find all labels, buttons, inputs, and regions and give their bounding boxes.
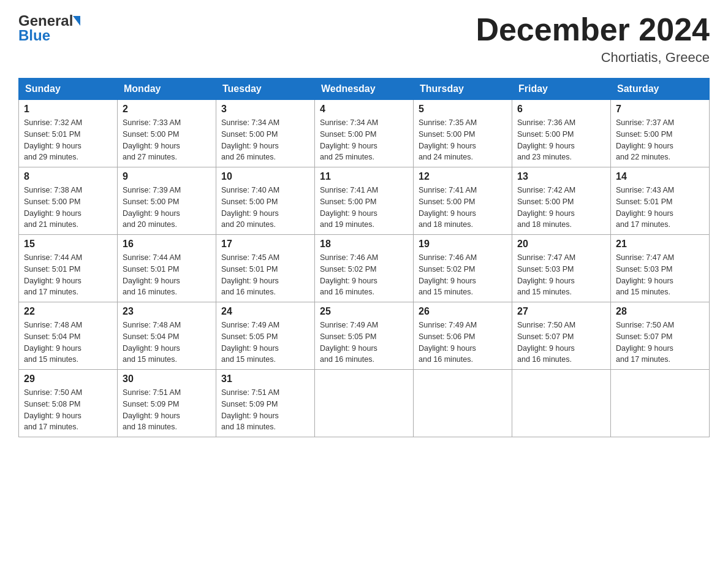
calendar-cell: 8 Sunrise: 7:38 AM Sunset: 5:00 PM Dayli… xyxy=(19,167,118,235)
day-number: 20 xyxy=(517,239,605,250)
day-number: 25 xyxy=(320,306,408,317)
day-number: 19 xyxy=(419,239,507,250)
calendar-cell: 23 Sunrise: 7:48 AM Sunset: 5:04 PM Dayl… xyxy=(118,302,216,370)
day-number: 24 xyxy=(221,306,309,317)
calendar-cell: 7 Sunrise: 7:37 AM Sunset: 5:00 PM Dayli… xyxy=(611,100,710,167)
logo-blue-text: Blue xyxy=(18,27,50,44)
title-area: December 2024 Chortiatis, Greece xyxy=(476,12,710,66)
day-number: 3 xyxy=(221,104,309,115)
day-info: Sunrise: 7:41 AM Sunset: 5:00 PM Dayligh… xyxy=(320,185,408,231)
day-number: 2 xyxy=(123,104,211,115)
day-number: 18 xyxy=(320,239,408,250)
day-info: Sunrise: 7:35 AM Sunset: 5:00 PM Dayligh… xyxy=(419,117,507,163)
logo: General Blue xyxy=(18,12,80,44)
day-number: 21 xyxy=(616,239,704,250)
day-number: 30 xyxy=(123,373,211,385)
day-number: 9 xyxy=(123,171,211,182)
calendar-cell: 14 Sunrise: 7:43 AM Sunset: 5:01 PM Dayl… xyxy=(611,167,710,235)
day-number: 8 xyxy=(24,171,112,182)
day-number: 22 xyxy=(24,306,112,317)
day-number: 12 xyxy=(419,171,507,182)
day-info: Sunrise: 7:44 AM Sunset: 5:01 PM Dayligh… xyxy=(24,252,112,298)
day-info: Sunrise: 7:45 AM Sunset: 5:01 PM Dayligh… xyxy=(221,252,309,298)
calendar-cell: 15 Sunrise: 7:44 AM Sunset: 5:01 PM Dayl… xyxy=(19,235,118,302)
day-number: 11 xyxy=(320,171,408,182)
header-sunday: Sunday xyxy=(19,79,118,100)
calendar-cell: 17 Sunrise: 7:45 AM Sunset: 5:01 PM Dayl… xyxy=(216,235,315,302)
calendar-cell: 28 Sunrise: 7:50 AM Sunset: 5:07 PM Dayl… xyxy=(611,302,710,370)
calendar-cell: 21 Sunrise: 7:47 AM Sunset: 5:03 PM Dayl… xyxy=(611,235,710,302)
day-info: Sunrise: 7:34 AM Sunset: 5:00 PM Dayligh… xyxy=(221,117,309,163)
calendar-cell: 29 Sunrise: 7:50 AM Sunset: 5:08 PM Dayl… xyxy=(19,370,118,437)
header-wednesday: Wednesday xyxy=(315,79,414,100)
day-info: Sunrise: 7:32 AM Sunset: 5:01 PM Dayligh… xyxy=(24,117,112,163)
calendar-cell: 10 Sunrise: 7:40 AM Sunset: 5:00 PM Dayl… xyxy=(216,167,315,235)
calendar-cell: 13 Sunrise: 7:42 AM Sunset: 5:00 PM Dayl… xyxy=(512,167,611,235)
calendar-cell xyxy=(611,370,710,437)
day-info: Sunrise: 7:49 AM Sunset: 5:06 PM Dayligh… xyxy=(419,320,507,366)
day-info: Sunrise: 7:47 AM Sunset: 5:03 PM Dayligh… xyxy=(616,252,704,298)
day-info: Sunrise: 7:41 AM Sunset: 5:00 PM Dayligh… xyxy=(419,185,507,231)
day-info: Sunrise: 7:49 AM Sunset: 5:05 PM Dayligh… xyxy=(320,320,408,366)
calendar-cell: 18 Sunrise: 7:46 AM Sunset: 5:02 PM Dayl… xyxy=(315,235,414,302)
day-number: 16 xyxy=(123,239,211,250)
day-info: Sunrise: 7:48 AM Sunset: 5:04 PM Dayligh… xyxy=(123,320,211,366)
day-number: 7 xyxy=(616,104,704,115)
header-thursday: Thursday xyxy=(414,79,512,100)
calendar-cell: 1 Sunrise: 7:32 AM Sunset: 5:01 PM Dayli… xyxy=(19,100,118,167)
calendar-cell: 25 Sunrise: 7:49 AM Sunset: 5:05 PM Dayl… xyxy=(315,302,414,370)
day-number: 1 xyxy=(24,104,112,115)
day-info: Sunrise: 7:50 AM Sunset: 5:07 PM Dayligh… xyxy=(517,320,605,366)
calendar-cell: 5 Sunrise: 7:35 AM Sunset: 5:00 PM Dayli… xyxy=(414,100,512,167)
day-info: Sunrise: 7:34 AM Sunset: 5:00 PM Dayligh… xyxy=(320,117,408,163)
logo-arrow-icon xyxy=(73,16,80,26)
day-number: 31 xyxy=(221,373,309,385)
calendar-cell: 3 Sunrise: 7:34 AM Sunset: 5:00 PM Dayli… xyxy=(216,100,315,167)
calendar-cell: 16 Sunrise: 7:44 AM Sunset: 5:01 PM Dayl… xyxy=(118,235,216,302)
calendar-week-row: 1 Sunrise: 7:32 AM Sunset: 5:01 PM Dayli… xyxy=(19,100,710,167)
calendar-cell: 6 Sunrise: 7:36 AM Sunset: 5:00 PM Dayli… xyxy=(512,100,611,167)
header-friday: Friday xyxy=(512,79,611,100)
day-info: Sunrise: 7:50 AM Sunset: 5:08 PM Dayligh… xyxy=(24,387,112,433)
calendar-cell: 4 Sunrise: 7:34 AM Sunset: 5:00 PM Dayli… xyxy=(315,100,414,167)
calendar-cell: 30 Sunrise: 7:51 AM Sunset: 5:09 PM Dayl… xyxy=(118,370,216,437)
day-info: Sunrise: 7:44 AM Sunset: 5:01 PM Dayligh… xyxy=(123,252,211,298)
day-info: Sunrise: 7:33 AM Sunset: 5:00 PM Dayligh… xyxy=(123,117,211,163)
day-number: 15 xyxy=(24,239,112,250)
day-number: 29 xyxy=(24,373,112,385)
calendar-cell: 27 Sunrise: 7:50 AM Sunset: 5:07 PM Dayl… xyxy=(512,302,611,370)
day-info: Sunrise: 7:36 AM Sunset: 5:00 PM Dayligh… xyxy=(517,117,605,163)
month-title: December 2024 xyxy=(476,12,710,47)
day-number: 5 xyxy=(419,104,507,115)
calendar-cell: 9 Sunrise: 7:39 AM Sunset: 5:00 PM Dayli… xyxy=(118,167,216,235)
day-number: 17 xyxy=(221,239,309,250)
calendar-cell: 26 Sunrise: 7:49 AM Sunset: 5:06 PM Dayl… xyxy=(414,302,512,370)
day-info: Sunrise: 7:46 AM Sunset: 5:02 PM Dayligh… xyxy=(320,252,408,298)
calendar-week-row: 8 Sunrise: 7:38 AM Sunset: 5:00 PM Dayli… xyxy=(19,167,710,235)
calendar-cell xyxy=(414,370,512,437)
day-number: 28 xyxy=(616,306,704,317)
calendar-cell: 11 Sunrise: 7:41 AM Sunset: 5:00 PM Dayl… xyxy=(315,167,414,235)
day-info: Sunrise: 7:39 AM Sunset: 5:00 PM Dayligh… xyxy=(123,185,211,231)
day-info: Sunrise: 7:51 AM Sunset: 5:09 PM Dayligh… xyxy=(221,387,309,433)
day-number: 27 xyxy=(517,306,605,317)
day-number: 6 xyxy=(517,104,605,115)
day-info: Sunrise: 7:43 AM Sunset: 5:01 PM Dayligh… xyxy=(616,185,704,231)
calendar-cell: 2 Sunrise: 7:33 AM Sunset: 5:00 PM Dayli… xyxy=(118,100,216,167)
day-info: Sunrise: 7:48 AM Sunset: 5:04 PM Dayligh… xyxy=(24,320,112,366)
day-info: Sunrise: 7:37 AM Sunset: 5:00 PM Dayligh… xyxy=(616,117,704,163)
day-number: 14 xyxy=(616,171,704,182)
calendar-cell xyxy=(315,370,414,437)
header-monday: Monday xyxy=(118,79,216,100)
day-info: Sunrise: 7:40 AM Sunset: 5:00 PM Dayligh… xyxy=(221,185,309,231)
header-tuesday: Tuesday xyxy=(216,79,315,100)
calendar-header-row: Sunday Monday Tuesday Wednesday Thursday… xyxy=(19,79,710,100)
page-header: General Blue December 2024 Chortiatis, G… xyxy=(18,12,710,66)
day-number: 23 xyxy=(123,306,211,317)
day-info: Sunrise: 7:51 AM Sunset: 5:09 PM Dayligh… xyxy=(123,387,211,433)
calendar-cell: 22 Sunrise: 7:48 AM Sunset: 5:04 PM Dayl… xyxy=(19,302,118,370)
calendar-cell: 19 Sunrise: 7:46 AM Sunset: 5:02 PM Dayl… xyxy=(414,235,512,302)
day-info: Sunrise: 7:50 AM Sunset: 5:07 PM Dayligh… xyxy=(616,320,704,366)
day-number: 13 xyxy=(517,171,605,182)
calendar-cell: 31 Sunrise: 7:51 AM Sunset: 5:09 PM Dayl… xyxy=(216,370,315,437)
